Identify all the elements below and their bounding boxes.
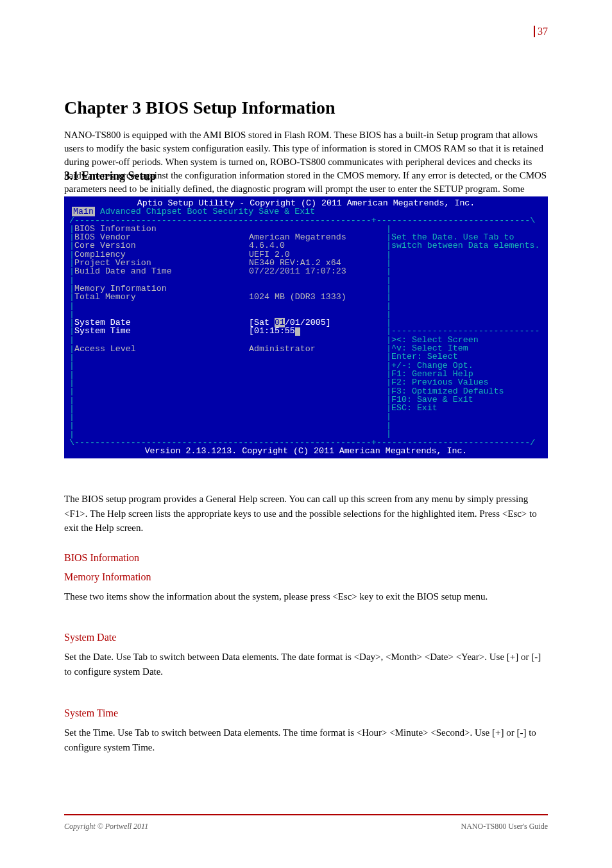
bios-vendor-value: American Megatrends	[249, 233, 346, 241]
bios-project-value: NE340 REV:A1.2 x64	[249, 259, 341, 267]
description-paragraph-1: The BIOS setup program provides a Genera…	[64, 492, 548, 535]
bios-compliency-value: UEFI 2.0	[249, 250, 290, 259]
bios-core-value: 4.6.4.0	[249, 241, 285, 250]
system-time-value[interactable]: [01:15:55	[249, 327, 300, 336]
bios-compliency-label: Compliency	[74, 250, 249, 259]
page-number-header: 37	[534, 26, 548, 37]
footer-guide-name: NANO-TS800 User's Guide	[461, 822, 548, 831]
footer-divider	[64, 814, 548, 815]
description-paragraph-3: Set the Date. Use Tab to switch between …	[64, 650, 548, 679]
subheading-memory-info: Memory Information	[64, 571, 151, 583]
system-date-value[interactable]: [Sat 01/01/2005]	[249, 318, 331, 327]
help-divider: |-----------------------------	[386, 327, 548, 335]
bios-left-panel: |BIOS Information |BIOS VendorAmerican M…	[64, 225, 384, 438]
help-text-2: switch between Data elements.	[391, 241, 540, 250]
bios-right-panel: | |Set the Date. Use Tab to |switch betw…	[384, 225, 548, 438]
bios-build-value: 07/22/2011 17:07:23	[249, 267, 346, 275]
bios-project-label: Project Version	[74, 259, 249, 267]
bios-memory-title: Memory Information	[74, 284, 249, 293]
bios-divider: /---------------------------------------…	[64, 216, 548, 225]
bios-info-title: BIOS Information	[74, 225, 249, 233]
bios-build-label: Build Date and Time	[74, 267, 249, 275]
bios-footer: Version 2.13.1213. Copyright (C) 2011 Am…	[64, 447, 548, 458]
subheading-system-time: System Time	[64, 707, 118, 719]
bios-core-label: Core Version	[74, 241, 249, 250]
system-time-label[interactable]: System Time	[74, 327, 249, 336]
footer-copyright: Copyright © Portwell 2011	[64, 822, 148, 831]
bios-tabs: Main Advanced Chipset Boot Security Save…	[64, 207, 548, 216]
subheading-system-date: System Date	[64, 632, 116, 643]
chapter-title: Chapter 3 BIOS Setup Information	[64, 98, 336, 118]
bios-memory-label: Total Memory	[74, 293, 249, 301]
bios-vendor-label: BIOS Vendor	[74, 233, 249, 241]
bios-memory-value: 1024 MB (DDR3 1333)	[249, 293, 346, 301]
system-date-label[interactable]: System Date	[74, 318, 249, 327]
bios-divider-bottom: \---------------------------------------…	[64, 438, 548, 447]
description-paragraph-2: These two items show the information abo…	[64, 589, 548, 604]
section-title: 3.1 Entering Setup	[64, 169, 157, 183]
description-paragraph-4: Set the Time. Use Tab to switch between …	[64, 725, 548, 754]
bios-screenshot: Aptio Setup Utility - Copyright (C) 2011…	[64, 196, 548, 458]
nav-esc-exit: ESC: Exit	[391, 403, 438, 413]
access-level-label: Access Level	[74, 345, 249, 353]
page-number: 37	[538, 26, 548, 37]
access-level-value: Administrator	[249, 345, 316, 353]
bios-title: Aptio Setup Utility - Copyright (C) 2011…	[64, 196, 548, 207]
subheading-bios-info: BIOS Information	[64, 552, 139, 564]
